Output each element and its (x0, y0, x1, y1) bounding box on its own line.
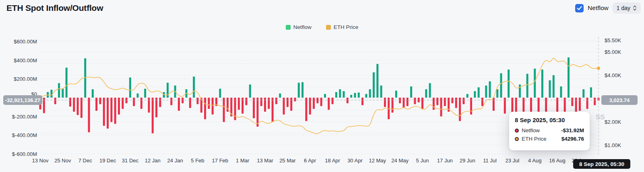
netflow-bar[interactable] (208, 98, 210, 109)
netflow-bar[interactable] (534, 69, 536, 98)
netflow-bar[interactable] (369, 89, 371, 98)
netflow-bar[interactable] (384, 98, 386, 107)
netflow-bar[interactable] (95, 98, 97, 111)
netflow-bar[interactable] (478, 87, 480, 98)
netflow-bar[interactable] (99, 98, 101, 104)
netflow-bar[interactable] (414, 98, 416, 104)
netflow-bar[interactable] (508, 70, 510, 98)
netflow-bar[interactable] (193, 77, 195, 98)
netflow-bar[interactable] (301, 82, 303, 98)
netflow-bar[interactable] (275, 98, 277, 104)
netflow-bar[interactable] (144, 89, 146, 98)
netflow-bar[interactable] (343, 91, 345, 98)
netflow-bar[interactable] (496, 89, 498, 98)
netflow-bar[interactable] (80, 98, 83, 118)
netflow-bar[interactable] (395, 91, 397, 98)
netflow-bar[interactable] (549, 80, 551, 98)
netflow-bar[interactable] (332, 98, 334, 104)
netflow-bar[interactable] (305, 98, 307, 121)
netflow-bar[interactable] (107, 98, 109, 129)
netflow-bar[interactable] (365, 94, 367, 98)
netflow-bar[interactable] (339, 89, 341, 98)
netflow-bar[interactable] (294, 98, 296, 101)
netflow-bar[interactable] (526, 74, 528, 98)
netflow-bar[interactable] (92, 89, 94, 98)
netflow-bar[interactable] (189, 98, 191, 108)
netflow-bar[interactable] (114, 98, 116, 124)
netflow-bar[interactable] (519, 84, 521, 98)
netflow-bar[interactable] (466, 94, 469, 98)
netflow-bar[interactable] (560, 86, 562, 98)
netflow-bar[interactable] (103, 98, 105, 126)
netflow-bar[interactable] (219, 89, 221, 98)
netflow-bar[interactable] (586, 98, 588, 109)
netflow-bar[interactable] (545, 98, 547, 112)
netflow-bar[interactable] (50, 90, 52, 98)
netflow-bar[interactable] (425, 89, 427, 98)
netflow-bar[interactable] (568, 57, 570, 98)
netflow-bar[interactable] (223, 98, 225, 122)
netflow-bar[interactable] (493, 98, 495, 111)
netflow-bar[interactable] (272, 98, 274, 122)
netflow-bar[interactable] (298, 83, 300, 98)
netflow-bar[interactable] (399, 98, 401, 103)
netflow-bar[interactable] (110, 98, 112, 122)
netflow-bar[interactable] (126, 98, 128, 103)
netflow-bar[interactable] (253, 98, 255, 118)
netflow-bar[interactable] (66, 68, 68, 98)
netflow-bar[interactable] (459, 98, 461, 121)
netflow-bar[interactable] (140, 98, 142, 109)
netflow-bar[interactable] (571, 98, 573, 106)
netflow-bar[interactable] (313, 98, 315, 109)
netflow-bar[interactable] (69, 98, 71, 106)
netflow-bar[interactable] (354, 93, 356, 98)
netflow-bar[interactable] (279, 94, 281, 98)
netflow-bar[interactable] (204, 98, 206, 119)
netflow-bar[interactable] (335, 92, 337, 98)
netflow-bar[interactable] (260, 98, 262, 106)
netflow-bar[interactable] (489, 81, 491, 98)
netflow-bar[interactable] (256, 98, 258, 127)
netflow-bar[interactable] (287, 98, 289, 107)
netflow-bar[interactable] (62, 88, 64, 98)
netflow-bar[interactable] (455, 98, 457, 108)
netflow-bar[interactable] (594, 98, 596, 105)
netflow-bar[interactable] (444, 98, 446, 106)
netflow-bar[interactable] (324, 94, 326, 98)
netflow-bar[interactable] (129, 78, 131, 98)
netflow-bar[interactable] (268, 98, 270, 109)
netflow-bar[interactable] (238, 98, 240, 110)
netflow-bar[interactable] (196, 98, 198, 104)
netflow-bar[interactable] (350, 95, 352, 98)
netflow-bar[interactable] (178, 98, 180, 111)
netflow-bar[interactable] (500, 73, 502, 98)
netflow-bar[interactable] (373, 72, 375, 98)
netflow-bar[interactable] (182, 98, 184, 103)
netflow-bar[interactable] (122, 98, 124, 109)
netflow-bar[interactable] (481, 98, 483, 106)
netflow-bar[interactable] (451, 98, 453, 103)
netflow-bar[interactable] (347, 98, 349, 103)
netflow-bar[interactable] (264, 98, 266, 112)
netflow-bar[interactable] (380, 86, 382, 98)
netflow-bar[interactable] (590, 87, 592, 98)
netflow-bar[interactable] (290, 98, 292, 111)
netflow-bar[interactable] (249, 84, 251, 98)
netflow-bar[interactable] (541, 70, 543, 98)
netflow-bar[interactable] (54, 98, 56, 104)
netflow-bar[interactable] (376, 64, 378, 98)
netflow-bar[interactable] (170, 98, 172, 105)
netflow-bar[interactable] (462, 98, 464, 104)
netflow-bar[interactable] (538, 98, 540, 113)
netflow-bar[interactable] (474, 91, 476, 98)
netflow-bar[interactable] (358, 92, 360, 98)
netflow-bar[interactable] (361, 98, 363, 105)
netflow-bar[interactable] (133, 98, 135, 106)
netflow-bar[interactable] (212, 98, 214, 115)
netflow-bar[interactable] (159, 98, 161, 107)
netflow-bar[interactable] (440, 98, 442, 117)
netflow-bar[interactable] (579, 98, 581, 111)
netflow-bar[interactable] (328, 98, 330, 110)
netflow-bar[interactable] (152, 98, 154, 133)
netflow-bar[interactable] (245, 98, 247, 105)
